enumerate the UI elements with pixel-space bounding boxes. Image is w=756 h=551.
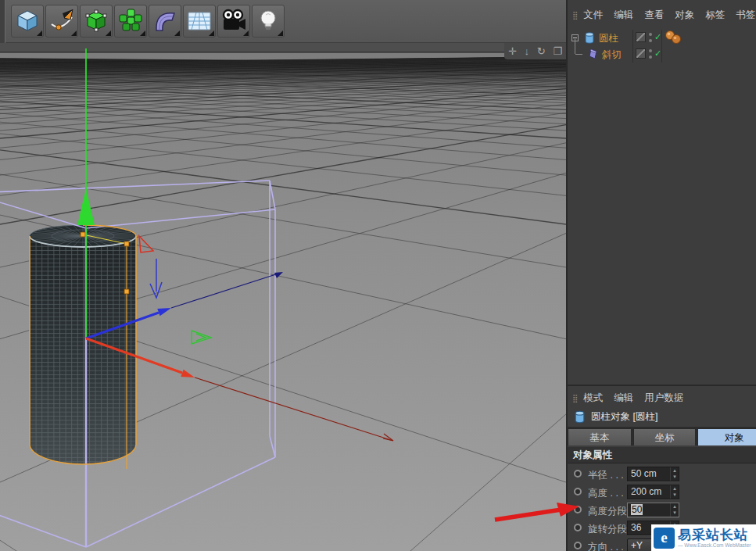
viewport-3d[interactable]: ✛ ↓ ↻ ❐ [0, 43, 566, 551]
menu-tags[interactable]: 标签 [705, 9, 725, 22]
attribute-title: 圆柱对象 [圆柱] [591, 410, 657, 424]
rotate-view-icon[interactable]: ↻ [537, 46, 546, 56]
viewport-canvas[interactable] [0, 43, 566, 551]
watermark: e 易采站长站 — Www.Easck.Com WebMaster [651, 524, 756, 551]
spinner-icon[interactable]: ▲▼ [670, 503, 679, 517]
menu-bookmarks[interactable]: 书签 [736, 9, 755, 22]
property-row-height: 高度 . . . 200 cm ▲▼ [568, 483, 756, 501]
height-segments-input[interactable]: 50 ▲▼ [627, 503, 679, 517]
property-label: 高度分段 [588, 505, 627, 518]
enabled-check-icon[interactable]: ✓ [654, 48, 661, 59]
tag-area [664, 30, 683, 46]
phong-tag-icon[interactable] [664, 30, 683, 46]
keyframe-circle-icon[interactable] [574, 488, 582, 496]
cylinder-object[interactable] [30, 225, 136, 464]
pan-view-icon[interactable]: ✛ [508, 46, 517, 56]
attribute-manager-menu: ⣿ 模式 编辑 用户数据 [568, 388, 756, 408]
cylinder-object-icon [574, 410, 586, 424]
menu-user-data[interactable]: 用户数据 [644, 392, 683, 405]
bend-deformer-tool-button[interactable] [149, 5, 181, 38]
array-icon [117, 8, 144, 34]
pen-spline-tool-button[interactable] [45, 5, 78, 38]
drag-grip-icon[interactable]: ⣿ [572, 11, 577, 20]
tree-connector [575, 39, 575, 54]
tab-object[interactable]: 对象 [697, 428, 756, 445]
light-tool-button[interactable] [252, 5, 285, 38]
light-bulb-icon [255, 8, 281, 34]
right-panel: ⣿ 文件 编辑 查看 对象 标签 书签 圆柱 ✓ [566, 0, 756, 551]
viewport-nav-bar: ✛ ↓ ↻ ❐ [504, 43, 566, 59]
tab-basic[interactable]: 基本 [568, 428, 632, 445]
attribute-tabs: 基本 坐标 对象 [568, 427, 756, 445]
property-label: 高度 . . . [588, 487, 624, 500]
keyframe-circle-icon[interactable] [574, 470, 582, 478]
keyframe-circle-icon[interactable] [574, 506, 582, 513]
pen-icon [48, 8, 75, 34]
visibility-dots-icon[interactable] [649, 33, 653, 43]
menu-file[interactable]: 文件 [583, 9, 603, 22]
property-row-height-segments: 高度分段 50 ▲▼ [568, 501, 756, 519]
floor-environment-tool-button[interactable] [183, 5, 216, 38]
attribute-title-bar: 圆柱对象 [圆柱] [568, 407, 756, 426]
watermark-subtitle: — Www.Easck.Com WebMaster [678, 542, 751, 549]
spinner-icon[interactable]: ▲▼ [670, 485, 679, 499]
property-label: 半径 . . . [588, 469, 624, 482]
floor-grid-icon [186, 8, 213, 34]
menu-edit[interactable]: 编辑 [614, 392, 633, 405]
viewport-sky [0, 43, 566, 52]
cube-icon [14, 8, 41, 34]
cylinder-object-icon [584, 32, 595, 44]
object-label[interactable]: 圆柱 [599, 32, 618, 45]
object-label[interactable]: 斜切 [602, 48, 622, 62]
layer-swatch-icon[interactable] [636, 48, 646, 59]
subdivision-cube-icon [83, 8, 109, 34]
keyframe-circle-icon[interactable] [574, 524, 582, 531]
toolbar-divider [0, 0, 5, 43]
object-row-shear[interactable]: 斜切 ✓ [568, 46, 756, 63]
object-row-cylinder[interactable]: 圆柱 ✓ [568, 30, 756, 46]
maximize-view-icon[interactable]: ❐ [553, 46, 562, 56]
drag-grip-icon[interactable]: ⣿ [572, 394, 577, 403]
camera-icon [220, 8, 247, 34]
object-toggles: ✓ [632, 30, 662, 46]
keyframe-circle-icon[interactable] [574, 542, 582, 549]
cube-primitive-tool-button[interactable] [11, 5, 44, 38]
object-toggles: ✓ [632, 46, 662, 63]
visibility-dots-icon[interactable] [649, 49, 653, 59]
property-label: 方向 . . . [588, 541, 624, 551]
spinner-icon[interactable]: ▲▼ [670, 467, 679, 481]
menu-objects[interactable]: 对象 [675, 9, 694, 22]
property-row-radius: 半径 . . . 50 cm ▲▼ [568, 465, 756, 483]
cinema4d-window: ✛ ↓ ↻ ❐ ⣿ 文件 编辑 查看 对象 标签 书签 [0, 0, 756, 551]
menu-mode[interactable]: 模式 [583, 392, 603, 405]
bend-deformer-icon [152, 8, 178, 34]
object-properties-header: 对象属性 [568, 447, 756, 463]
tab-coordinates[interactable]: 坐标 [633, 428, 697, 445]
array-generator-tool-button[interactable] [114, 5, 147, 38]
tree-connector [575, 54, 582, 55]
zoom-view-icon[interactable]: ↓ [525, 46, 530, 56]
menu-view[interactable]: 查看 [644, 9, 664, 22]
radius-input[interactable]: 50 cm ▲▼ [627, 467, 679, 481]
camera-tool-button[interactable] [217, 5, 250, 38]
enabled-check-icon[interactable]: ✓ [654, 32, 661, 42]
property-label: 旋转分段 [588, 523, 627, 536]
main-toolbar [0, 0, 566, 43]
watermark-logo-icon: e [654, 528, 675, 549]
object-manager-menu: ⣿ 文件 编辑 查看 对象 标签 书签 [568, 5, 756, 25]
height-input[interactable]: 200 cm ▲▼ [627, 485, 679, 499]
watermark-title: 易采站长站 [678, 528, 751, 542]
shear-deformer-object-icon [587, 48, 599, 60]
menu-edit[interactable]: 编辑 [614, 9, 633, 22]
layer-swatch-icon[interactable] [636, 32, 646, 42]
object-tree: 圆柱 ✓ [568, 27, 756, 383]
subdivision-surface-tool-button[interactable] [80, 5, 113, 38]
